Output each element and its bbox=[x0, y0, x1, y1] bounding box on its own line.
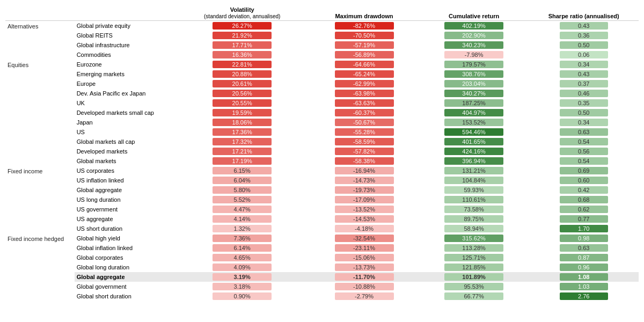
cumulative-cell: 308.76% bbox=[419, 69, 529, 79]
asset-name-cell: Commodities bbox=[75, 50, 175, 60]
drawdown-cell: -23.11% bbox=[309, 243, 419, 253]
cumulative-cell: 95.53% bbox=[419, 282, 529, 291]
cumulative-cell: 202.90% bbox=[419, 31, 529, 40]
asset-name-cell: US bbox=[75, 127, 175, 137]
sharpe-cell: 0.37 bbox=[529, 79, 639, 89]
sharpe-cell: 2.76 bbox=[529, 291, 639, 301]
sharpe-cell: 0.06 bbox=[529, 50, 639, 60]
cumulative-cell: 396.94% bbox=[419, 156, 529, 166]
cumulative-cell: 73.58% bbox=[419, 204, 529, 214]
drawdown-cell: -13.52% bbox=[309, 204, 419, 214]
cumulative-cell: 66.77% bbox=[419, 291, 529, 301]
asset-name-cell: UK bbox=[75, 98, 175, 108]
drawdown-cell: -62.99% bbox=[309, 79, 419, 89]
volatility-cell: 4.14% bbox=[175, 214, 309, 224]
sharpe-cell: 1.08 bbox=[529, 272, 639, 282]
sharpe-cell: 0.62 bbox=[529, 204, 639, 214]
sharpe-cell: 0.42 bbox=[529, 185, 639, 195]
category-cell: Equities bbox=[5, 60, 75, 166]
asset-header bbox=[75, 5, 175, 21]
drawdown-cell: -15.06% bbox=[309, 253, 419, 262]
cumulative-cell: 153.52% bbox=[419, 118, 529, 127]
volatility-cell: 20.88% bbox=[175, 69, 309, 79]
table-row: US government4.47%-13.52%73.58%0.62 bbox=[5, 204, 639, 214]
volatility-cell: 6.14% bbox=[175, 243, 309, 253]
cumulative-cell: 179.57% bbox=[419, 60, 529, 69]
asset-name-cell: US long duration bbox=[75, 195, 175, 204]
asset-name-cell: US corporates bbox=[75, 166, 175, 175]
asset-name-cell: Global aggregate bbox=[75, 185, 175, 195]
sharpe-cell: 0.68 bbox=[529, 195, 639, 204]
cumulative-cell: 203.04% bbox=[419, 79, 529, 89]
category-header bbox=[5, 5, 75, 21]
drawdown-cell: -4.18% bbox=[309, 224, 419, 233]
volatility-cell: 20.61% bbox=[175, 79, 309, 89]
cumulative-cell: 401.65% bbox=[419, 137, 529, 147]
sharpe-cell: 0.50 bbox=[529, 108, 639, 118]
table-row: Developed markets small cap19.59%-60.37%… bbox=[5, 108, 639, 118]
table-row: Dev. Asia Pacific ex Japan20.56%-63.98%3… bbox=[5, 89, 639, 98]
volatility-cell: 16.36% bbox=[175, 50, 309, 60]
drawdown-cell: -57.19% bbox=[309, 40, 419, 50]
cumulative-cell: 110.61% bbox=[419, 195, 529, 204]
volatility-cell: 17.21% bbox=[175, 147, 309, 156]
sharpe-cell: 1.03 bbox=[529, 282, 639, 291]
cumulative-cell: 404.97% bbox=[419, 108, 529, 118]
cumulative-cell: 113.28% bbox=[419, 243, 529, 253]
sharpe-cell: 0.54 bbox=[529, 156, 639, 166]
sharpe-cell: 0.96 bbox=[529, 262, 639, 272]
drawdown-cell: -55.28% bbox=[309, 127, 419, 137]
table-row: Global corporates4.65%-15.06%125.71%0.87 bbox=[5, 253, 639, 262]
table-row: US aggregate4.14%-14.53%89.75%0.77 bbox=[5, 214, 639, 224]
asset-name-cell: Global short duration bbox=[75, 291, 175, 301]
table-row: Global long duration4.09%-13.73%121.85%0… bbox=[5, 262, 639, 272]
drawdown-cell: -17.09% bbox=[309, 195, 419, 204]
drawdown-cell: -58.59% bbox=[309, 137, 419, 147]
drawdown-cell: -57.82% bbox=[309, 147, 419, 156]
sharpe-cell: 0.35 bbox=[529, 98, 639, 108]
volatility-cell: 6.15% bbox=[175, 166, 309, 175]
drawdown-cell: -82.76% bbox=[309, 21, 419, 31]
volatility-cell: 17.19% bbox=[175, 156, 309, 166]
table-row: Global infrastructure17.71%-57.19%340.23… bbox=[5, 40, 639, 50]
drawdown-cell: -50.67% bbox=[309, 118, 419, 127]
cumulative-cell: 104.84% bbox=[419, 175, 529, 185]
sharpe-cell: 0.63 bbox=[529, 243, 639, 253]
table-row: Global markets all cap17.32%-58.59%401.6… bbox=[5, 137, 639, 147]
drawdown-cell: -63.98% bbox=[309, 89, 419, 98]
table-row: EquitiesEurozone22.81%-64.66%179.57%0.34 bbox=[5, 60, 639, 69]
asset-name-cell: Dev. Asia Pacific ex Japan bbox=[75, 89, 175, 98]
sharpe-cell: 0.46 bbox=[529, 89, 639, 98]
asset-name-cell: Global corporates bbox=[75, 253, 175, 262]
data-table: Volatility (standard deviation, annualis… bbox=[5, 5, 639, 301]
drawdown-cell: -13.73% bbox=[309, 262, 419, 272]
sharpe-cell: 0.69 bbox=[529, 166, 639, 175]
cumulative-cell: -7.98% bbox=[419, 50, 529, 60]
sharpe-cell: 0.43 bbox=[529, 21, 639, 31]
asset-name-cell: Developed markets small cap bbox=[75, 108, 175, 118]
volatility-cell: 6.04% bbox=[175, 175, 309, 185]
cumulative-cell: 187.25% bbox=[419, 98, 529, 108]
asset-name-cell: US government bbox=[75, 204, 175, 214]
drawdown-cell: -63.63% bbox=[309, 98, 419, 108]
cumulative-cell: 424.16% bbox=[419, 147, 529, 156]
drawdown-cell: -14.73% bbox=[309, 175, 419, 185]
drawdown-cell: -60.37% bbox=[309, 108, 419, 118]
drawdown-header: Maximum drawdown bbox=[309, 5, 419, 21]
volatility-cell: 21.92% bbox=[175, 31, 309, 40]
table-row: UK20.55%-63.63%187.25%0.35 bbox=[5, 98, 639, 108]
cumulative-cell: 402.19% bbox=[419, 21, 529, 31]
sharpe-cell: 0.60 bbox=[529, 175, 639, 185]
volatility-header: Volatility (standard deviation, annualis… bbox=[175, 5, 309, 21]
asset-name-cell: Global government bbox=[75, 282, 175, 291]
table-row: Europe20.61%-62.99%203.04%0.37 bbox=[5, 79, 639, 89]
asset-name-cell: Developed markets bbox=[75, 147, 175, 156]
volatility-cell: 1.32% bbox=[175, 224, 309, 233]
table-row: Global short duration0.90%-2.79%66.77%2.… bbox=[5, 291, 639, 301]
sharpe-cell: 0.56 bbox=[529, 147, 639, 156]
volatility-cell: 18.06% bbox=[175, 118, 309, 127]
asset-name-cell: Global private equity bbox=[75, 21, 175, 31]
asset-name-cell: Eurozone bbox=[75, 60, 175, 69]
asset-name-cell: Global markets all cap bbox=[75, 137, 175, 147]
volatility-cell: 5.80% bbox=[175, 185, 309, 195]
